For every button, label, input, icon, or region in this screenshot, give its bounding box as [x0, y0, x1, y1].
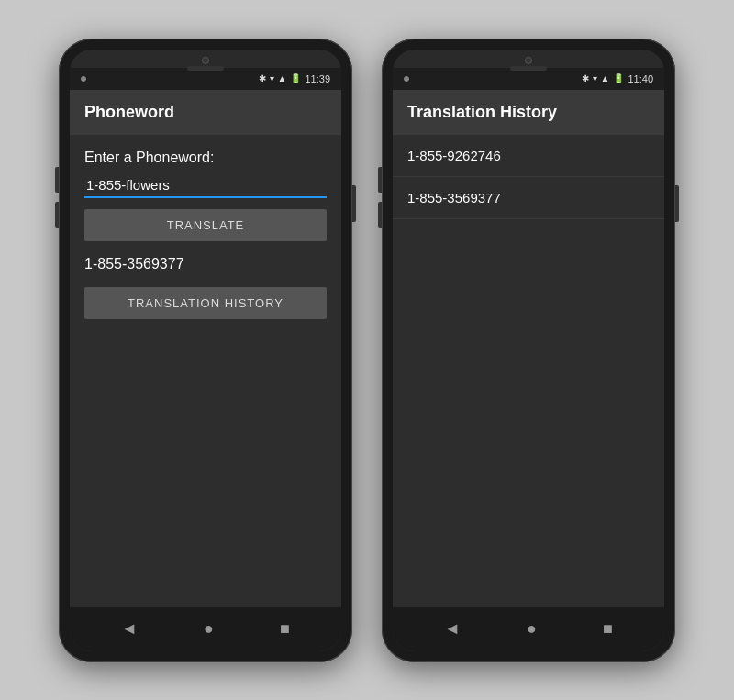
wifi-icon-2: ▾ [593, 73, 597, 83]
signal-icon: ▲ [278, 73, 287, 83]
status-right: ✱ ▾ ▲ 🔋 11:39 [259, 73, 330, 84]
history-button[interactable]: TRANSLATION HISTORY [84, 287, 327, 319]
toolbar: Phoneword [70, 90, 341, 135]
status-dot-2 [404, 76, 409, 82]
navigation-bar-2: ◄ ● ■ [393, 607, 664, 651]
camera [202, 57, 209, 64]
power-button-2[interactable] [675, 185, 679, 222]
history-item-1[interactable]: 1-855-9262746 [393, 135, 664, 177]
volume-up-button-2[interactable] [378, 167, 382, 193]
app-content-2: Translation History 1-855-9262746 1-855-… [393, 90, 664, 607]
back-button-2[interactable]: ◄ [444, 619, 461, 639]
top-bezel-2 [393, 50, 664, 68]
volume-up-button[interactable] [55, 167, 59, 193]
top-bezel [70, 50, 341, 68]
time-display: 11:39 [305, 73, 330, 84]
battery-icon: 🔋 [290, 73, 301, 83]
history-title: Translation History [407, 103, 557, 122]
bluetooth-icon: ✱ [259, 73, 266, 83]
screen-body: Enter a Phoneword: TRANSLATE 1-855-35693… [70, 135, 341, 607]
phoneword-input-wrapper[interactable] [84, 173, 327, 198]
status-dot [81, 76, 86, 82]
battery-icon-2: 🔋 [613, 73, 624, 83]
back-button[interactable]: ◄ [121, 619, 138, 639]
home-button-2[interactable]: ● [527, 619, 537, 639]
status-right-2: ✱ ▾ ▲ 🔋 11:40 [582, 73, 653, 84]
home-button[interactable]: ● [204, 619, 214, 639]
phone-1: ✱ ▾ ▲ 🔋 11:39 Phoneword Enter a Phonewor… [59, 39, 352, 662]
status-bar-2: ✱ ▾ ▲ 🔋 11:40 [393, 68, 664, 90]
recents-button-2[interactable]: ■ [603, 619, 613, 639]
history-list: 1-855-9262746 1-855-3569377 [393, 135, 664, 607]
time-display-2: 11:40 [628, 73, 653, 84]
status-bar: ✱ ▾ ▲ 🔋 11:39 [70, 68, 341, 90]
app-content: Phoneword Enter a Phoneword: TRANSLATE 1… [70, 90, 341, 607]
bluetooth-icon-2: ✱ [582, 73, 589, 83]
translate-button[interactable]: TRANSLATE [84, 209, 327, 241]
speaker [187, 66, 224, 71]
power-button[interactable] [352, 185, 356, 222]
speaker-2 [510, 66, 547, 71]
toolbar-2: Translation History [393, 90, 664, 135]
camera-2 [525, 57, 532, 64]
input-label: Enter a Phoneword: [84, 150, 327, 166]
wifi-icon: ▾ [270, 73, 274, 83]
navigation-bar: ◄ ● ■ [70, 607, 341, 651]
volume-down-button-2[interactable] [378, 202, 382, 228]
phone-2: ✱ ▾ ▲ 🔋 11:40 Translation History 1-855-… [382, 39, 675, 662]
volume-down-button[interactable] [55, 202, 59, 228]
recents-button[interactable]: ■ [280, 619, 290, 639]
signal-icon-2: ▲ [601, 73, 610, 83]
phoneword-input[interactable] [84, 173, 327, 196]
history-item-2[interactable]: 1-855-3569377 [393, 177, 664, 219]
translated-number: 1-855-3569377 [84, 252, 327, 276]
app-title: Phoneword [84, 103, 174, 122]
